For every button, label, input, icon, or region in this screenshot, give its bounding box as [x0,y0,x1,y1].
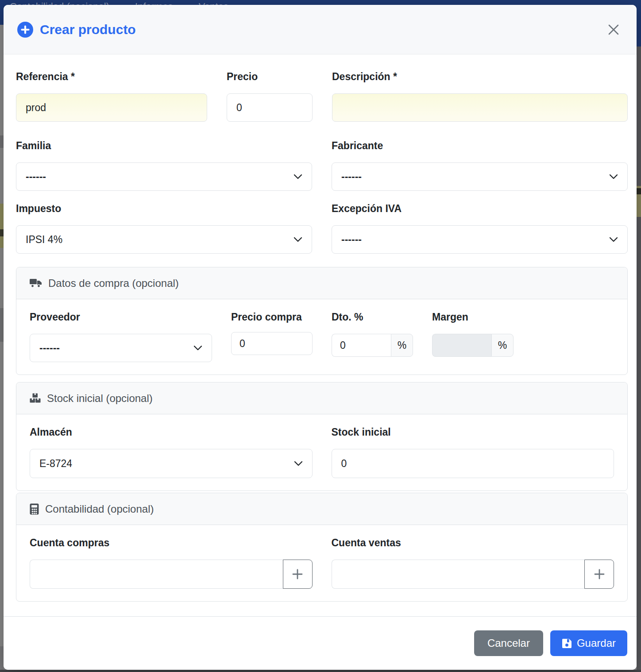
save-button-label: Guardar [577,637,616,649]
accounting-card: Contabilidad (opcional) Cuenta compras C… [16,493,628,602]
cuenta-compras-group [30,560,313,589]
modal-footer: Cancelar Guardar [4,616,637,670]
cuenta-compras-label: Cuenta compras [30,537,313,549]
stock-inicial-label: Stock inicial [332,426,614,438]
cuenta-compras-input[interactable] [30,560,283,589]
impuesto-select-value: IPSI 4% [26,234,62,246]
precio-compra-input[interactable] [231,332,313,355]
cuenta-ventas-group [332,560,614,589]
precio-compra-label: Precio compra [231,311,313,323]
cuenta-compras-add-button[interactable] [283,560,313,589]
fabricante-select-value: ------ [341,171,362,183]
dto-input[interactable] [332,334,391,357]
familia-label: Familia [16,139,312,152]
save-floppy-icon [562,638,572,649]
chevron-down-icon [293,174,302,179]
fabricante-label: Fabricante [332,139,628,152]
purchase-card-title: Datos de compra (opcional) [48,277,179,290]
cuenta-ventas-add-button[interactable] [584,560,614,589]
precio-input[interactable] [227,93,313,122]
referencia-input[interactable] [16,93,207,122]
stock-card-header: Stock inicial (opcional) [16,382,627,414]
familia-select[interactable]: ------ [16,162,312,191]
chevron-down-icon [609,237,618,242]
backdrop-right-strip [637,46,641,670]
dto-percent-addon: % [391,334,413,357]
accounting-card-title: Contabilidad (opcional) [45,503,154,515]
purchase-data-card: Datos de compra (opcional) Proveedor ---… [16,267,628,375]
almacen-select-value: E-8724 [39,458,72,470]
chevron-down-icon [294,461,303,466]
backdrop-bottom-strip [0,670,641,672]
impuesto-label: Impuesto [16,202,312,215]
descripcion-input[interactable] [332,93,628,122]
truck-icon [30,278,42,288]
fabricante-select[interactable]: ------ [332,162,628,191]
modal-title: Crear producto [40,22,136,37]
plus-icon [593,568,606,581]
margen-label: Margen [432,311,514,323]
proveedor-select[interactable]: ------ [30,334,212,362]
impuesto-select[interactable]: IPSI 4% [16,225,312,254]
plus-icon [291,568,304,581]
almacen-select[interactable]: E-8724 [30,449,313,478]
modal-body: Referencia * Precio Descripción * Famili… [4,54,637,616]
calculator-icon [30,503,39,515]
cuenta-ventas-input[interactable] [332,560,585,589]
margen-input [432,334,491,357]
excepcion-iva-select[interactable]: ------ [332,225,628,254]
backdrop-left-strip [0,25,4,670]
almacen-label: Almacén [30,426,313,438]
close-icon[interactable] [604,20,623,39]
dto-label: Dto. % [332,311,413,323]
proveedor-label: Proveedor [30,311,212,323]
chevron-down-icon [193,345,202,351]
cancel-button[interactable]: Cancelar [474,630,543,656]
chevron-down-icon [609,174,618,179]
margen-input-group: % [432,334,514,357]
excepcion-iva-label: Excepción IVA [332,202,628,215]
cuenta-ventas-label: Cuenta ventas [332,537,614,549]
stock-card-title: Stock inicial (opcional) [47,392,153,405]
chevron-down-icon [293,237,302,242]
create-product-modal: Crear producto Referencia * Precio Descr… [4,5,637,670]
proveedor-select-value: ------ [39,342,60,354]
save-button[interactable]: Guardar [550,630,627,656]
margen-percent-addon: % [491,334,514,357]
referencia-label: Referencia * [16,70,207,83]
precio-label: Precio [227,70,313,83]
purchase-card-header: Datos de compra (opcional) [16,267,627,299]
stock-inicial-input[interactable] [332,449,614,478]
plus-circle-icon [17,21,34,38]
descripcion-label: Descripción * [332,70,628,83]
dto-input-group: % [332,334,413,357]
accounting-card-header: Contabilidad (opcional) [16,493,627,525]
boxes-stacked-icon [30,393,41,403]
modal-header: Crear producto [4,5,637,54]
initial-stock-card: Stock inicial (opcional) Almacén E-8724 … [16,382,628,491]
backdrop-right-strip-top [637,0,641,46]
familia-select-value: ------ [26,171,46,183]
excepcion-iva-select-value: ------ [341,234,362,246]
